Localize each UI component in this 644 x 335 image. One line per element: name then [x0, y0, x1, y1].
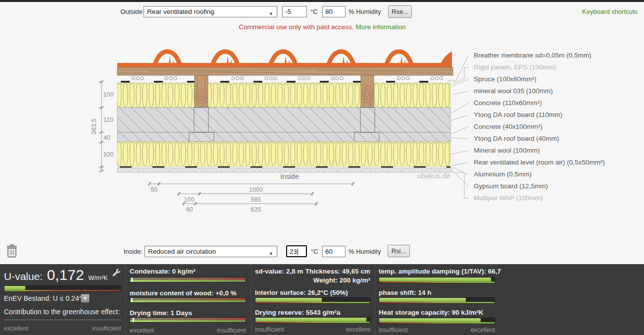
- rse-button[interactable]: Rse...: [388, 5, 412, 18]
- gauge-marker: [131, 298, 133, 302]
- gauge-marker: [133, 318, 134, 322]
- panel-separator: [375, 264, 375, 335]
- dim-625: 625: [248, 206, 263, 213]
- ubakus-uvalue-calculator: Outside Rear ventilated roofing ▼ -5 °C …: [0, 0, 644, 335]
- gauge-fill: [255, 298, 322, 302]
- inside-humidity-unit: % Humidity: [348, 248, 381, 255]
- outside-temperature-value: -5: [285, 8, 291, 15]
- phase-shift-label: phase shift: 14 h: [379, 289, 432, 296]
- outside-label: Outside: [118, 8, 143, 15]
- u-value-line: U-value: 0,172 W/m²K: [4, 267, 121, 283]
- outside-humidity-input[interactable]: 80: [322, 6, 346, 17]
- layer-label-rigid-panels-eps[interactable]: Rigid panels, EPS (100mm): [474, 63, 556, 72]
- gauge-scale: [255, 302, 370, 303]
- greenhouse-label: Contribution to the greenhouse effect:: [4, 308, 120, 316]
- layer-label-ytong-40[interactable]: Ytong DA roof board (40mm): [474, 134, 559, 143]
- dim-seg-40: 40: [99, 134, 114, 141]
- condensate-label: Condensate: 0 kg/m²: [130, 268, 196, 275]
- inside-caption: Inside: [275, 172, 304, 180]
- inside-environment-select[interactable]: Reduced air circulation ▼: [145, 246, 277, 257]
- u-value-gauge-scale: [4, 290, 121, 291]
- drying-time-label: Drying time: 1 Days: [130, 309, 192, 317]
- heat-storage-gauge: [379, 318, 495, 324]
- u-value-footer: excellent insufficient: [4, 325, 121, 332]
- gauge-scale: [130, 300, 246, 302]
- layer-label-rear-ventilated-level[interactable]: Rear ventilated level (room air) (0,5x50…: [474, 158, 605, 167]
- gauge-scale: [379, 322, 495, 324]
- gauge-scale: [130, 320, 246, 322]
- keyboard-shortcuts-link[interactable]: Keyboard shortcuts: [582, 8, 638, 15]
- gauge-scale: [379, 302, 495, 303]
- gauge-scale: [255, 322, 370, 323]
- footer-insufficient: insufficient: [379, 327, 408, 334]
- enev-standard-text: EnEV Bestand: U ≤ 0.24*: [4, 294, 82, 302]
- u-value-label: U-value:: [4, 271, 43, 282]
- outside-environment-select[interactable]: Rear ventilated roofing ▼: [144, 6, 277, 17]
- layer-label-concrete-110x60[interactable]: Concrete (110x60mm²): [474, 99, 542, 108]
- inside-humidity-value: 60: [325, 248, 333, 255]
- standard-dropdown-button[interactable]: ▼: [81, 294, 90, 303]
- chevron-down-icon: ▼: [269, 249, 273, 259]
- rsi-button[interactable]: Rsi...: [388, 245, 410, 257]
- gauge-fill: [379, 318, 481, 322]
- dim-1000: 1000: [241, 186, 271, 193]
- layer-label-mineral-wool-035[interactable]: mineral wool 035 (100mm): [474, 87, 553, 96]
- amplitude-damping-gauge: [379, 277, 495, 283]
- watermark: ubakus.de: [411, 172, 450, 180]
- wood-moisture-label: moisture content of wood: +0,0 %: [130, 289, 237, 297]
- layer-label-gypsum-board[interactable]: Gypsum board (12,5mm): [474, 182, 548, 191]
- layer-label-spruce[interactable]: Spruce (100x60mm²): [474, 75, 537, 84]
- wood-moisture-gauge: [130, 297, 246, 303]
- dim-seg-100b: 100: [101, 151, 116, 158]
- outside-temp-unit: °C: [310, 8, 318, 15]
- enev-standard-row: EnEV Bestand: U ≤ 0.24*: [4, 294, 82, 302]
- dim-50: 50: [147, 186, 161, 193]
- u-value-gauge-fill: [4, 286, 25, 290]
- footer-insufficient: insufficient: [255, 326, 284, 333]
- footer-excellent: excellent: [471, 327, 495, 334]
- gauge-scale: [379, 281, 495, 283]
- inside-select-value: Reduced air circulation: [148, 248, 216, 255]
- layer-label-breather-membrane[interactable]: Breather membrane sd=0,05m (0,5mm): [474, 51, 591, 60]
- inside-label: Inside:: [118, 248, 143, 255]
- layer-label-concrete-40x100[interactable]: Concrete (40x100mm²): [474, 122, 543, 131]
- drying-reserve-gauge: [255, 317, 370, 324]
- drying-reserve-label: Drying reserve: 5543 g/m²a: [255, 309, 341, 316]
- chevron-down-icon: ▼: [83, 296, 88, 301]
- thickness-label: Thickness: 49,65 cm: [305, 268, 370, 275]
- layer-label-mineral-wool[interactable]: Mineral wool (100mm): [474, 146, 540, 155]
- wrench-icon[interactable]: [111, 268, 121, 278]
- gauge-scale: [130, 280, 246, 282]
- gauge-fill: [379, 278, 491, 281]
- condensate-gauge: [130, 277, 246, 282]
- gauge-marker: [131, 278, 133, 282]
- text-cursor: [297, 249, 298, 255]
- dim-total-height: 363,5: [90, 114, 98, 139]
- outside-humidity-value: 80: [325, 8, 333, 15]
- outside-temperature-input[interactable]: -5: [282, 6, 307, 17]
- moisture-footer: excellent insufficient: [130, 327, 246, 334]
- outside-humidity-unit: % Humidity: [348, 8, 381, 15]
- heat-storage-label: Heat storage capacity: 90 kJ/m²K: [379, 309, 484, 316]
- amplitude-damping-label: temp. amplitude damping (1/TAV): 66,7: [379, 268, 501, 275]
- dim-60: 60: [182, 206, 197, 213]
- u-value-gauge: [4, 285, 121, 292]
- gauge-fill: [379, 298, 466, 302]
- chevron-down-icon: ▼: [269, 9, 273, 19]
- layer-label-ytong-110[interactable]: Ytong DA roof board (110mm): [474, 111, 562, 119]
- thermal-footer: insufficient excellent: [379, 327, 495, 334]
- u-value-number: 0,172: [47, 267, 84, 283]
- inside-humidity-input[interactable]: 60: [322, 246, 346, 257]
- dim-seg-100a: 100: [101, 91, 116, 98]
- footer-excellent: excellent: [130, 327, 154, 334]
- inside-temperature-input[interactable]: 23: [286, 245, 307, 257]
- layer-label-aluminium[interactable]: Aluminium (0,5mm): [474, 170, 532, 179]
- sd-value-label: sd-value: 2,8 m: [255, 268, 303, 275]
- inside-temp-unit: °C: [311, 248, 318, 255]
- panel-separator: [251, 264, 251, 335]
- inside-temperature-value: 23: [290, 248, 297, 255]
- trash-icon[interactable]: [5, 244, 19, 259]
- more-information-link[interactable]: More information: [356, 23, 406, 31]
- dim-585: 585: [248, 196, 263, 203]
- layer-label-multipor-wap[interactable]: Multipor WAP (100mm): [474, 194, 543, 203]
